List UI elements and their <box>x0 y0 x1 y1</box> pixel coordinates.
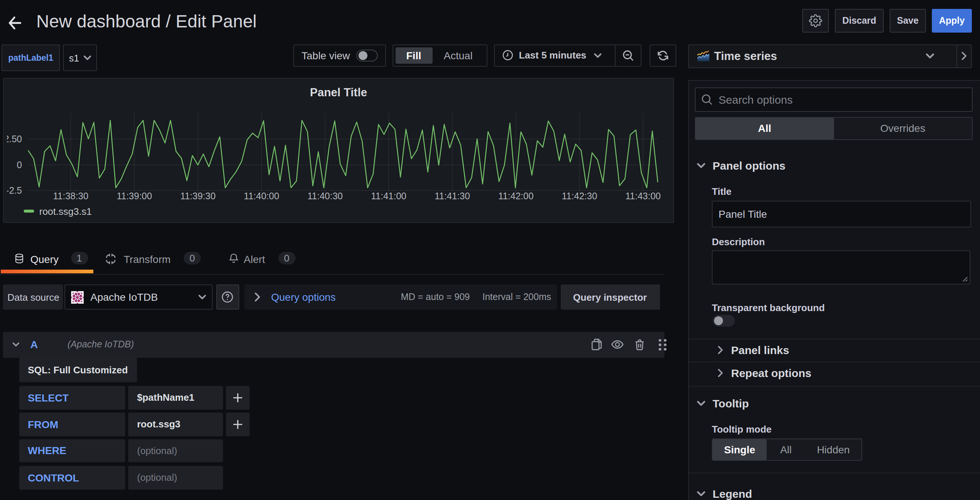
svg-text:11:41:00: 11:41:00 <box>371 191 406 201</box>
svg-text:-2.5: -2.5 <box>6 185 22 196</box>
svg-text:11:41:30: 11:41:30 <box>434 191 469 201</box>
svg-text:11:39:00: 11:39:00 <box>117 191 152 201</box>
svg-text:11:42:00: 11:42:00 <box>498 191 533 201</box>
svg-text:0: 0 <box>17 160 22 170</box>
svg-text:11:42:30: 11:42:30 <box>562 191 597 201</box>
svg-text:2.50: 2.50 <box>4 134 22 144</box>
svg-text:11:38:30: 11:38:30 <box>53 191 88 201</box>
svg-text:11:43:00: 11:43:00 <box>625 191 661 201</box>
svg-text:11:40:30: 11:40:30 <box>307 191 343 201</box>
svg-text:11:40:00: 11:40:00 <box>244 191 279 201</box>
svg-text:11:39:30: 11:39:30 <box>180 191 216 201</box>
